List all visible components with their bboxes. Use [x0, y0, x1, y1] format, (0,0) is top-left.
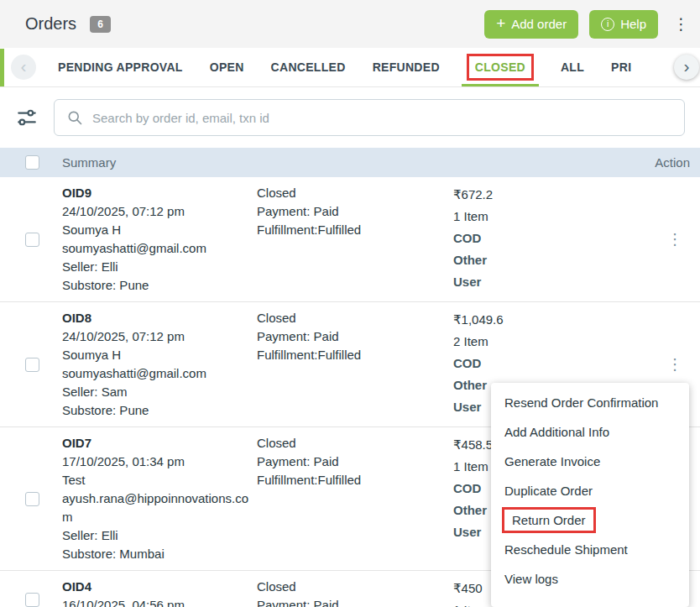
payment-status: Payment: Paid: [257, 202, 453, 221]
select-all-checkbox[interactable]: [25, 155, 39, 170]
order-amount: ₹672.2: [453, 184, 650, 206]
tab-refunded[interactable]: REFUNDED: [359, 48, 453, 86]
search-box: [54, 99, 685, 136]
menu-item-return-order[interactable]: Return Order: [491, 505, 689, 535]
search-icon: [66, 109, 83, 126]
row-checkbox[interactable]: [25, 233, 39, 247]
order-summary-col: OID9 24/10/2025, 07:12 pm Soumya H soumy…: [62, 177, 257, 301]
tabs-strip: PENDING APPROVAL OPEN CANCELLED REFUNDED…: [36, 48, 700, 86]
substore: Substore: Mumbai: [62, 545, 257, 563]
order-datetime: 17/10/2025, 01:34 pm: [62, 453, 257, 471]
tabs-accent-bar: [0, 49, 4, 86]
fulfillment-status: Fulfillment:Fulfilled: [257, 221, 453, 239]
menu-item-generate-invoice[interactable]: Generate Invoice: [491, 447, 689, 476]
order-summary-col: OID8 24/10/2025, 07:12 pm Soumya H soumy…: [62, 302, 257, 426]
order-id: OID8: [62, 309, 257, 327]
placed-by: User: [453, 271, 650, 293]
info-icon: i: [601, 18, 614, 31]
menu-item-duplicate-order[interactable]: Duplicate Order: [491, 476, 689, 505]
order-summary-col: OID4 16/10/2025, 04:56 pm: [62, 571, 257, 607]
tab-all[interactable]: ALL: [547, 48, 598, 86]
tabs-scroll-right-button[interactable]: ›: [674, 55, 699, 80]
row-actions-menu-icon[interactable]: ⋮: [662, 228, 687, 250]
order-channel: Other: [453, 249, 650, 271]
action-column-header: Action: [650, 148, 700, 177]
order-status-col: Closed Payment: Paid Fulfillment:Fulfill…: [257, 302, 453, 426]
tab-pending-approval[interactable]: PENDING APPROVAL: [44, 48, 196, 86]
search-input[interactable]: [92, 111, 672, 125]
payment-mode: COD: [453, 353, 650, 374]
customer-name: Test: [62, 471, 257, 489]
customer-email: soumyashatti@gmail.com: [62, 239, 257, 258]
row-actions-menu-icon[interactable]: ⋮: [662, 353, 687, 375]
add-order-label: Add order: [511, 17, 567, 31]
topbar-actions: + Add order i Help ⋮: [484, 10, 693, 39]
order-row: OID9 24/10/2025, 07:12 pm Soumya H soumy…: [0, 177, 700, 302]
menu-item-add-additional-info[interactable]: Add Additional Info: [491, 417, 689, 447]
payment-status: Payment: Paid: [257, 327, 453, 346]
order-status: Closed: [257, 578, 453, 596]
substore: Substore: Pune: [62, 401, 257, 420]
order-status-col: Closed Payment: Paid Fulfillment:Fulfill…: [257, 177, 453, 301]
tab-closed-label: CLOSED: [475, 60, 525, 74]
tab-open[interactable]: OPEN: [196, 48, 258, 86]
payment-mode: COD: [453, 228, 650, 249]
search-row: [0, 87, 700, 148]
tabs-scroll-left-button[interactable]: ‹: [11, 55, 36, 80]
order-summary-col: OID7 17/10/2025, 01:34 pm Test ayush.ran…: [62, 427, 257, 570]
seller: Seller: Elli: [62, 526, 257, 545]
row-checkbox[interactable]: [25, 593, 39, 607]
payment-status: Payment: Paid: [257, 596, 453, 607]
customer-name: Soumya H: [62, 346, 257, 364]
return-order-label: Return Order: [512, 513, 586, 527]
fulfillment-status: Fulfillment:Fulfilled: [257, 346, 453, 364]
row-actions-context-menu: Resend Order Confirmation Add Additional…: [491, 383, 689, 607]
order-datetime: 24/10/2025, 07:12 pm: [62, 327, 257, 346]
fulfillment-status: Fulfillment:Fulfilled: [257, 471, 453, 489]
plus-icon: +: [496, 15, 505, 31]
tab-priority[interactable]: PRI: [598, 48, 645, 86]
row-checkbox[interactable]: [25, 358, 39, 372]
order-status-col: Closed Payment: Paid Fulfillment:Fulfill…: [257, 427, 453, 570]
table-header: Summary Action: [0, 148, 700, 177]
summary-column-header: Summary: [62, 148, 257, 177]
closed-tab-highlight-box: CLOSED: [467, 54, 534, 81]
seller: Seller: Sam: [62, 383, 257, 401]
seller: Seller: Elli: [62, 258, 257, 276]
order-id: OID4: [62, 578, 257, 596]
order-items: 1 Item: [453, 206, 650, 228]
order-amount-col: ₹672.2 1 Item COD Other User: [453, 177, 650, 301]
filter-icon: [16, 107, 38, 128]
order-status-col: Closed Payment: Paid: [257, 571, 453, 607]
order-status: Closed: [257, 434, 453, 453]
order-datetime: 16/10/2025, 04:56 pm: [62, 596, 257, 607]
row-checkbox[interactable]: [25, 492, 39, 506]
menu-item-reschedule-shipment[interactable]: Reschedule Shipment: [491, 535, 689, 564]
customer-email: ayush.rana@hippoinnovations.com: [62, 489, 257, 526]
payment-status: Payment: Paid: [257, 453, 453, 471]
filter-button[interactable]: [0, 107, 54, 128]
order-datetime: 24/10/2025, 07:12 pm: [62, 202, 257, 221]
order-id: OID7: [62, 434, 257, 453]
orders-page: Orders 6 + Add order i Help ⋮ ‹ PENDING …: [0, 0, 700, 607]
order-id: OID9: [62, 184, 257, 202]
topbar: Orders 6 + Add order i Help ⋮: [0, 0, 700, 48]
menu-item-view-logs[interactable]: View logs: [491, 564, 689, 594]
help-button[interactable]: i Help: [589, 10, 658, 39]
return-order-highlight-box: Return Order: [502, 507, 596, 533]
menu-item-resend-order-confirmation[interactable]: Resend Order Confirmation: [491, 388, 689, 417]
add-order-button[interactable]: + Add order: [484, 10, 578, 39]
help-label: Help: [620, 17, 646, 31]
order-items: 2 Item: [453, 331, 650, 353]
substore: Substore: Pune: [62, 276, 257, 295]
overflow-menu-icon[interactable]: ⋮: [669, 14, 693, 34]
tab-closed[interactable]: CLOSED: [453, 48, 547, 86]
order-status: Closed: [257, 184, 453, 202]
page-title: Orders: [25, 14, 76, 34]
tab-cancelled[interactable]: CANCELLED: [258, 48, 359, 86]
order-status: Closed: [257, 309, 453, 327]
customer-name: Soumya H: [62, 221, 257, 239]
customer-email: soumyashatti@gmail.com: [62, 364, 257, 383]
orders-count-badge: 6: [90, 16, 111, 33]
order-status-tabs: ‹ PENDING APPROVAL OPEN CANCELLED REFUND…: [0, 48, 700, 87]
